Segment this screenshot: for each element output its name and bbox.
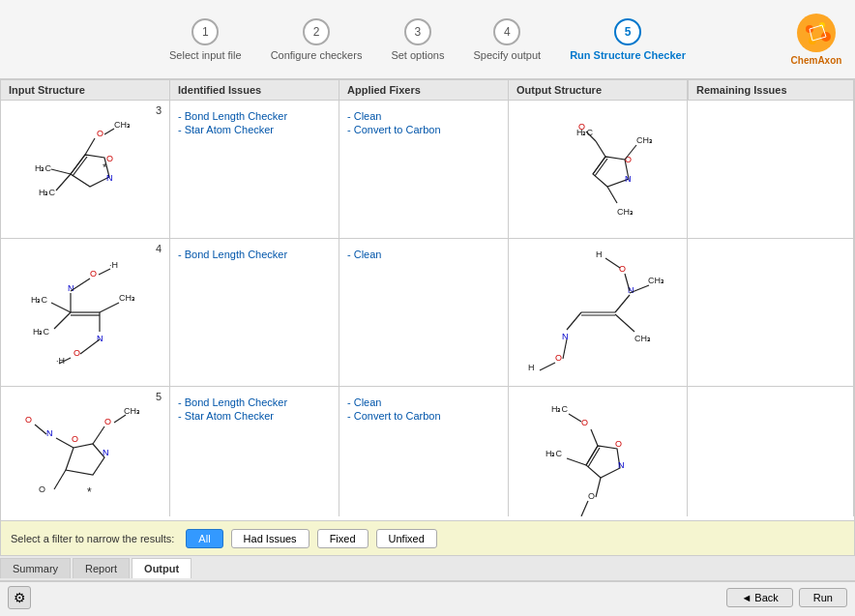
svg-text:N: N [618,460,625,470]
svg-text:CH₃: CH₃ [124,406,140,416]
svg-text:·H: ·H [56,356,65,366]
tab-output[interactable]: Output [132,558,192,578]
svg-text:CH₃: CH₃ [114,120,131,130]
fixer-clean-3: - Clean [347,110,500,122]
wizard-step-1[interactable]: 1 Select input file [169,18,242,61]
svg-line-26 [593,157,605,174]
svg-text:H: H [528,363,535,372]
svg-text:O: O [588,491,595,501]
fixer-convert-3: - Convert to Carbon [347,124,500,135]
main-content: Input Structure Identified Issues Applie… [0,79,855,556]
wizard-step-5[interactable]: 5 Run Structure Checker [570,18,686,61]
svg-line-72 [615,314,634,332]
step-circle-1: 1 [192,18,219,45]
logo-svg [795,12,839,55]
wizard-header: 1 Select input file 2 Configure checkers… [0,0,855,79]
svg-text:H₃C: H₃C [551,404,568,414]
svg-text:N: N [103,448,109,457]
filter-unfixed-button[interactable]: Unfixed [376,529,437,548]
svg-text:CH₃: CH₃ [634,334,651,343]
results-table: Input Structure Identified Issues Applie… [0,79,855,521]
fixers-3: - Clean - Convert to Carbon [339,101,509,238]
step-label-5: Run Structure Checker [570,49,686,61]
issue-bond-length-5: - Bond Length Checker [178,396,331,408]
svg-line-64 [567,312,581,330]
tab-report[interactable]: Report [73,558,130,578]
svg-point-0 [797,14,836,52]
run-button[interactable]: Run [799,588,847,607]
input-structure-5: 5 O N O CH₃ [1,387,170,516]
step-label-1: Select input file [169,49,242,61]
svg-line-97 [567,458,586,465]
col-header-input: Input Structure [1,80,170,100]
remaining-5 [688,387,854,516]
row-number-5: 5 [156,391,162,402]
table-row: 4 N O ·H [1,239,854,387]
table-header: Input Structure Identified Issues Applie… [1,80,854,101]
settings-button[interactable]: ⚙ [8,586,31,609]
svg-text:H₃C: H₃C [33,327,49,337]
table-row: 5 O N O CH₃ [1,387,854,516]
svg-line-93 [591,429,598,446]
filter-bar: Select a filter to narrow the results: A… [0,521,855,556]
step-label-4: Specify output [473,49,541,61]
col-header-remaining: Remaining Issues [688,80,854,100]
issue-star-atom-3: - Star Atom Checker [178,124,331,135]
logo-text: ChemAxon [791,55,842,66]
svg-text:O: O [106,154,113,163]
svg-line-58 [615,295,630,312]
svg-line-68 [540,363,555,370]
chemaxon-logo: ChemAxon [787,5,845,73]
svg-line-27 [595,159,607,176]
svg-text:*: * [87,485,92,499]
step-label-3: Set options [391,49,444,61]
col-header-output: Output Structure [509,80,688,100]
output-structure-4: N O H N O H [509,239,688,386]
svg-text:O: O [615,439,622,449]
output-structure-5: O N O H₃C H₃C [509,387,688,516]
fixer-clean-5: - Clean [347,396,500,408]
filter-had-issues-button[interactable]: Had Issues [231,529,310,548]
svg-line-34 [607,187,617,203]
svg-text:N: N [68,283,74,293]
table-body[interactable]: 3 O N O [1,101,854,516]
filter-fixed-button[interactable]: Fixed [317,529,369,548]
col-header-fixers: Applied Fixers [339,80,509,100]
svg-text:O: O [97,129,103,138]
back-button[interactable]: ◄ Back [726,588,792,607]
svg-line-54 [100,303,119,312]
bottom-bar: ⚙ ◄ Back Run [0,581,855,612]
input-structure-4: 4 N O ·H [1,239,170,386]
svg-line-79 [114,415,126,423]
fixer-convert-5: - Convert to Carbon [347,410,500,422]
svg-line-13 [73,157,87,176]
wizard-step-2[interactable]: 2 Configure checkers [271,18,363,61]
svg-line-95 [569,414,581,422]
fixers-5: - Clean - Convert to Carbon [339,387,509,516]
wizard-step-4[interactable]: 4 Specify output [473,18,541,61]
step-circle-5: 5 [614,18,641,45]
issue-bond-length-3: - Bond Length Checker [178,110,331,122]
svg-line-99 [596,478,601,497]
svg-line-101 [581,501,588,516]
step-circle-4: 4 [493,18,520,45]
svg-line-85 [54,470,66,489]
row-number-4: 4 [156,243,162,254]
svg-text:·H: ·H [109,260,118,270]
tab-summary[interactable]: Summary [0,558,71,578]
svg-text:N: N [97,334,103,343]
svg-text:CH₃: CH₃ [636,135,653,145]
svg-text:H₃C: H₃C [39,188,55,197]
svg-line-52 [54,312,71,329]
filter-label: Select a filter to narrow the results: [11,533,174,544]
svg-text:H₃C: H₃C [35,163,51,173]
step-label-2: Configure checkers [271,49,363,61]
filter-all-button[interactable]: All [186,529,222,548]
wizard-step-3[interactable]: 3 Set options [391,18,444,61]
svg-text:*: * [103,161,107,173]
svg-line-28 [596,141,605,157]
svg-text:H₃C: H₃C [31,295,47,305]
issue-star-atom-5: - Star Atom Checker [178,410,331,422]
svg-text:N: N [625,174,632,184]
svg-text:H: H [596,249,603,259]
